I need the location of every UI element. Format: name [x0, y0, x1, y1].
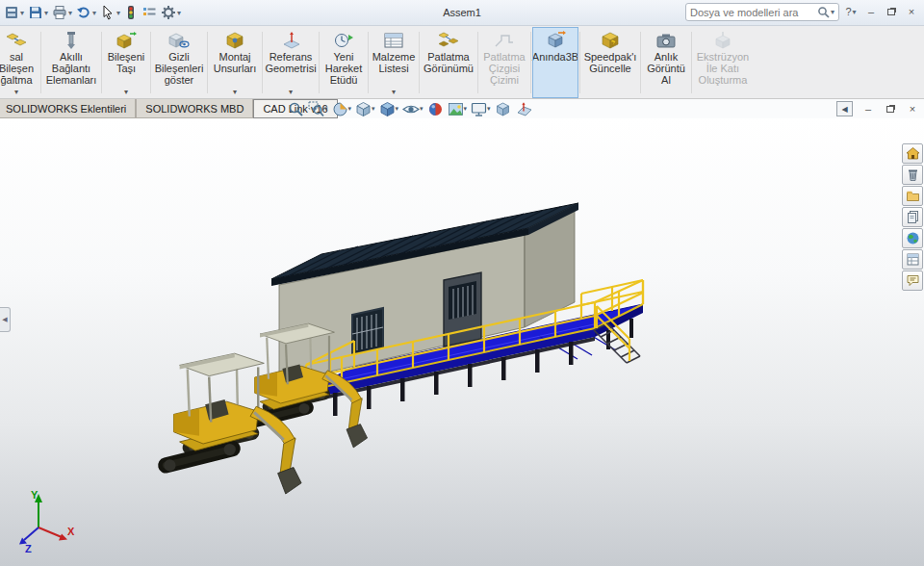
ribbon-button-label: Montaj Unsurları	[214, 51, 257, 74]
plane-icon	[515, 101, 532, 117]
options-gear-icon	[161, 5, 176, 20]
edit-appearance-button[interactable]	[426, 99, 445, 118]
recycle-bin-button[interactable]	[902, 165, 923, 185]
folder-button[interactable]	[902, 186, 923, 206]
print-icon	[52, 5, 67, 20]
doc-restore-button[interactable]	[882, 100, 899, 117]
ribbon-button-assembly-features[interactable]: Montaj Unsurları ▾	[210, 28, 260, 97]
globe-button[interactable]	[902, 228, 923, 248]
ribbon-button-take-snapshot[interactable]: Anlık Görüntü Al	[643, 28, 689, 97]
collapse-panel-button[interactable]: ◀	[836, 101, 853, 116]
restore-button[interactable]	[883, 4, 900, 21]
section-view-button[interactable]: ▾	[331, 99, 353, 118]
app-icon	[4, 5, 19, 20]
select-button[interactable]: ▾	[98, 2, 122, 23]
ribbon-separator	[319, 32, 320, 93]
ribbon-separator	[530, 32, 531, 93]
ribbon-button-instant3d[interactable]: Anında3B	[533, 28, 578, 97]
app-button[interactable]: ▾	[2, 2, 26, 23]
assembly-features-icon	[224, 31, 245, 50]
options-button[interactable]: ▾	[159, 2, 183, 23]
quick-access-toolbar: ▾ ▾ ▾ ▾ ▾	[0, 0, 183, 25]
minimize-button[interactable]: –	[862, 4, 880, 21]
zoom-fit-icon	[288, 101, 304, 117]
ribbon-button-update-speedpak[interactable]: Speedpak'ı Güncelle	[582, 28, 638, 97]
y-axis-label: Y	[31, 489, 38, 501]
search-box[interactable]: ▾	[685, 3, 839, 21]
display-style-icon	[379, 101, 396, 117]
documents-button[interactable]	[902, 207, 923, 227]
apply-scene-icon	[448, 101, 464, 117]
ribbon-button-label: sal Bileşen ğaltma	[0, 51, 38, 86]
ribbon-button-exploded-view[interactable]: Patlatma Görünümü	[422, 28, 475, 97]
view-orientation-icon	[355, 101, 372, 117]
tab-solidworks-mbd[interactable]: SOLIDWORKS MBD	[136, 99, 253, 118]
selection-filter-icon	[124, 5, 138, 20]
ribbon-button-move-component[interactable]: Bileşeni Taşı ▾	[104, 28, 148, 97]
comment-icon	[906, 273, 920, 288]
ribbon-button-label: Patlatma Çizgisi Çizimi	[483, 51, 525, 86]
search-dropdown-icon[interactable]: ▾	[831, 8, 834, 16]
ribbon-button-smart-fasteners[interactable]: Akıllı Bağlantı Elemanları	[43, 28, 99, 97]
save-icon	[28, 5, 43, 20]
doc-close-button[interactable]: ×	[904, 100, 921, 117]
display-settings-icon	[141, 5, 157, 20]
zoom-area-icon	[308, 101, 324, 117]
search-input[interactable]	[690, 7, 817, 18]
doc-minimize-button[interactable]: –	[860, 100, 877, 117]
hide-show-items-button[interactable]: ▾	[401, 99, 424, 118]
home-button[interactable]	[902, 143, 923, 164]
help-button[interactable]: ?▾	[842, 4, 860, 21]
ribbon-separator	[368, 32, 369, 93]
comment-button[interactable]	[902, 270, 923, 291]
ribbon-button-linear-pattern[interactable]: sal Bileşen ğaltma ▾	[0, 28, 38, 97]
undo-button[interactable]: ▾	[74, 2, 98, 23]
tab-solidworks-eklentileri[interactable]: SOLIDWORKS Eklentileri	[0, 99, 136, 118]
ribbon-button-reference-geometry[interactable]: Referans Geometrisi ▾	[265, 28, 317, 97]
explode-line-sketch-icon	[494, 31, 515, 50]
ribbon-button-label: Patlatma Görünümü	[424, 51, 474, 74]
graphics-area[interactable]: ◀ Y X Z	[0, 118, 924, 566]
view-settings-button[interactable]: ▾	[470, 99, 492, 118]
ribbon-button-bill-of-materials[interactable]: Malzeme Listesi ▾	[371, 28, 417, 97]
apply-scene-button[interactable]: ▾	[447, 99, 469, 118]
ribbon-toolbar: sal Bileşen ğaltma ▾ Akıllı Bağlantı Ele…	[0, 26, 924, 99]
3d-drawing-view-icon	[495, 101, 511, 117]
ribbon-button-label: Yeni Hareket Etüdü	[325, 51, 363, 86]
close-button[interactable]: ×	[903, 4, 920, 21]
plane-button[interactable]	[514, 99, 533, 118]
ribbon-separator	[579, 32, 580, 93]
view-settings-icon	[471, 101, 487, 117]
take-snapshot-icon	[655, 31, 677, 50]
save-button[interactable]: ▾	[26, 2, 50, 23]
print-button[interactable]: ▾	[50, 2, 74, 23]
home-icon	[906, 146, 920, 161]
ribbon-separator	[640, 32, 641, 93]
ribbon-button-show-hidden[interactable]: Gizli Bileşenleri göster	[153, 28, 205, 97]
ribbon-button-motion-study[interactable]: Yeni Hareket Etüdü	[321, 28, 366, 97]
display-style-button[interactable]: ▾	[378, 99, 400, 118]
view-orientation-button[interactable]: ▾	[354, 99, 376, 118]
ribbon-button-label: Anında3B	[532, 51, 578, 63]
move-component-icon	[116, 31, 137, 50]
barred-window	[352, 308, 383, 354]
search-icon[interactable]	[817, 6, 830, 18]
zoom-fit-button[interactable]	[287, 99, 305, 118]
doc-restore-icon	[886, 106, 894, 113]
feature-tree-flyout-button[interactable]: ◀	[0, 307, 11, 332]
3d-drawing-view-button[interactable]	[494, 99, 512, 118]
3d-assembly-model[interactable]	[0, 118, 924, 566]
update-speedpak-icon	[600, 31, 621, 50]
task-pane-toolbar	[902, 143, 923, 291]
ribbon-button-label: Anlık Görüntü Al	[647, 51, 685, 86]
ribbon-separator	[40, 32, 41, 93]
selection-filter-button[interactable]	[122, 2, 140, 23]
documents-icon	[906, 210, 920, 224]
display-settings-button[interactable]	[140, 2, 159, 23]
title-bar: ▾ ▾ ▾ ▾ ▾	[0, 0, 924, 26]
ribbon-separator	[477, 32, 478, 93]
zoom-area-button[interactable]: ▾	[307, 99, 329, 118]
bom-button[interactable]	[902, 249, 923, 270]
bill-of-materials-icon	[383, 31, 404, 50]
recycle-bin-icon	[906, 167, 920, 182]
